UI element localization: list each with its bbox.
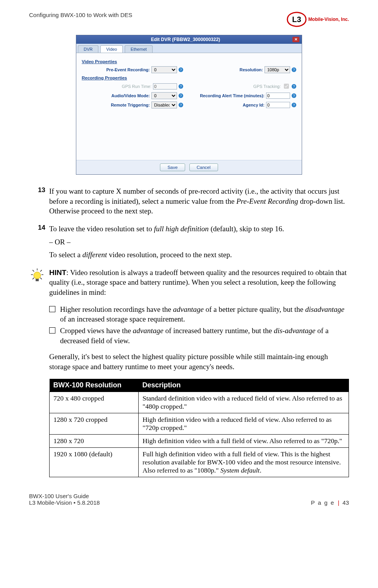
svg-line-7 (40, 278, 42, 279)
step-14-em1: full high definition (154, 225, 208, 233)
save-button[interactable]: Save (160, 163, 185, 171)
remote-trigger-label: Remote Triggering: (111, 103, 150, 107)
generally-paragraph: Generally, it's best to select the highe… (49, 352, 349, 371)
bullet-1-em2: disadvantage (305, 305, 344, 313)
av-mode-select[interactable]: 0 (151, 92, 177, 99)
table-desc-3: Full high definition video with a full f… (139, 447, 349, 477)
pre-event-select[interactable]: 0 (151, 66, 177, 73)
svg-text:L3: L3 (292, 15, 301, 24)
table-desc-3em: System default (220, 466, 260, 474)
page-separator: | (338, 499, 339, 506)
bullet-2-em1: advantage (133, 327, 163, 335)
help-icon[interactable]: ? (292, 93, 296, 98)
step-13-em: Pre-Event Recording (236, 197, 298, 205)
av-mode-label: Audio/Video Mode: (112, 93, 150, 98)
hint-text: : Video resolution is always a tradeoff … (49, 268, 347, 296)
bullet-1-em1: advantage (173, 305, 204, 313)
bullet-1-c: of an increased storage space requiremen… (60, 315, 185, 323)
resolution-table: BWX-100 Resolution Description 720 x 480… (49, 379, 349, 477)
tab-video[interactable]: Video (100, 45, 123, 53)
step-14-em2: different (82, 251, 107, 259)
alert-time-input[interactable] (266, 93, 290, 99)
svg-line-6 (33, 278, 34, 279)
step-14-or: – OR – (49, 237, 349, 247)
help-icon[interactable]: ? (292, 67, 296, 72)
section-recording-properties: Recording Properties (82, 76, 296, 80)
bullet-list: Higher resolution recordings have the ad… (49, 304, 349, 346)
logo: L3 Mobile-Vision, Inc. (287, 12, 349, 27)
dialog-screenshot: Edit DVR (FBBW2_3000000322) ✕ DVR Video … (29, 35, 349, 175)
help-icon[interactable]: ? (292, 84, 296, 89)
step-13-number: 13 (29, 186, 49, 216)
step-14-text-a: To leave the video resolution set to (49, 225, 154, 233)
step-14-text-d: video resolution, proceed to the next st… (107, 251, 232, 259)
l3-logo-icon: L3 (287, 12, 307, 27)
footer-line2: L3 Mobile-Vision • 5.8.2018 (29, 499, 100, 506)
page-num-value: 43 (342, 499, 349, 506)
table-header-resolution: BWX-100 Resolution (50, 379, 139, 392)
table-res-1: 1280 x 720 cropped (50, 413, 139, 434)
dialog-titlebar: Edit DVR (FBBW2_3000000322) ✕ (76, 35, 302, 44)
table-desc-1: High definition video with a reduced fie… (139, 413, 349, 434)
bullet-2-b: of increased battery runtime, but the (163, 327, 274, 335)
bullet-2: Cropped views have the advantage of incr… (49, 326, 349, 346)
bullet-2-em2: dis-advantage (274, 327, 316, 335)
table-desc-0: Standard definition video with a reduced… (139, 392, 349, 413)
remote-trigger-select[interactable]: Disabled (151, 101, 177, 108)
alert-time-label: Recording Alert Time (minutes): (200, 93, 265, 98)
step-14-number: 14 (29, 224, 49, 260)
svg-line-2 (33, 270, 34, 272)
header-title: Configuring BWX-100 to Work with DES (29, 12, 132, 18)
resolution-select[interactable]: 1080p (265, 66, 290, 73)
step-13: 13 If you want to capture X number of se… (29, 186, 349, 216)
table-desc-2: High definition video with a full field … (139, 434, 349, 447)
page-header: Configuring BWX-100 to Work with DES L3 … (29, 12, 349, 27)
table-res-2: 1280 x 720 (50, 434, 139, 447)
page-footer: BWX-100 User's Guide L3 Mobile-Vision • … (29, 493, 349, 506)
table-desc-3b: . (259, 466, 261, 474)
pre-event-label: Pre-Event Recording: (107, 67, 150, 72)
page-label: P a g e (311, 499, 335, 506)
checkbox-icon (49, 306, 55, 312)
section-video-properties: Video Properties (82, 59, 296, 64)
help-icon[interactable]: ? (179, 84, 183, 89)
dialog-tabs: DVR Video Ethernet (76, 44, 302, 53)
svg-rect-9 (36, 279, 39, 281)
logo-text: Mobile-Vision, Inc. (308, 17, 349, 22)
svg-point-8 (34, 272, 41, 279)
help-icon[interactable]: ? (179, 103, 183, 107)
table-res-0: 720 x 480 cropped (50, 392, 139, 413)
help-icon[interactable]: ? (179, 93, 183, 98)
gps-run-input (153, 83, 177, 89)
bullet-1: Higher resolution recordings have the ad… (49, 304, 349, 324)
help-icon[interactable]: ? (179, 67, 183, 72)
table-row: 720 x 480 cropped Standard definition vi… (50, 392, 349, 413)
gps-run-label: GPS Run Time: (122, 84, 151, 89)
bullet-1-a: Higher resolution recordings have the (60, 305, 173, 313)
close-icon[interactable]: ✕ (292, 37, 299, 42)
hint-block: HINT: Video resolution is always a trade… (29, 268, 349, 297)
agency-id-input[interactable] (266, 102, 290, 108)
step-14-text-b: (default), skip to step 16. (209, 225, 284, 233)
lightbulb-icon (29, 268, 45, 297)
step-13-body: If you want to capture X number of secon… (49, 186, 349, 216)
agency-id-label: Agency Id: (243, 103, 265, 107)
tab-dvr[interactable]: DVR (78, 45, 98, 53)
footer-line1: BWX-100 User's Guide (29, 493, 100, 499)
table-res-3: 1920 x 1080 (default) (50, 447, 139, 477)
gps-tracking-checkbox (284, 84, 289, 89)
help-icon[interactable]: ? (292, 103, 296, 107)
svg-line-3 (40, 270, 42, 272)
cancel-button[interactable]: Cancel (189, 163, 218, 171)
table-row: 1280 x 720 High definition video with a … (50, 434, 349, 447)
bullet-1-b: of a better picture quality, but the (204, 305, 305, 313)
table-row: 1920 x 1080 (default) Full high definiti… (50, 447, 349, 477)
gps-tracking-label: GPS Tracking: (253, 84, 281, 89)
hint-label: HINT (49, 268, 66, 277)
tab-ethernet[interactable]: Ethernet (125, 45, 153, 53)
table-header-description: Description (139, 379, 349, 392)
step-14-text-c: To select a (49, 251, 82, 259)
table-row: 1280 x 720 cropped High definition video… (50, 413, 349, 434)
page-number: P a g e | 43 (311, 499, 349, 506)
step-14: 14 To leave the video resolution set to … (29, 224, 349, 260)
